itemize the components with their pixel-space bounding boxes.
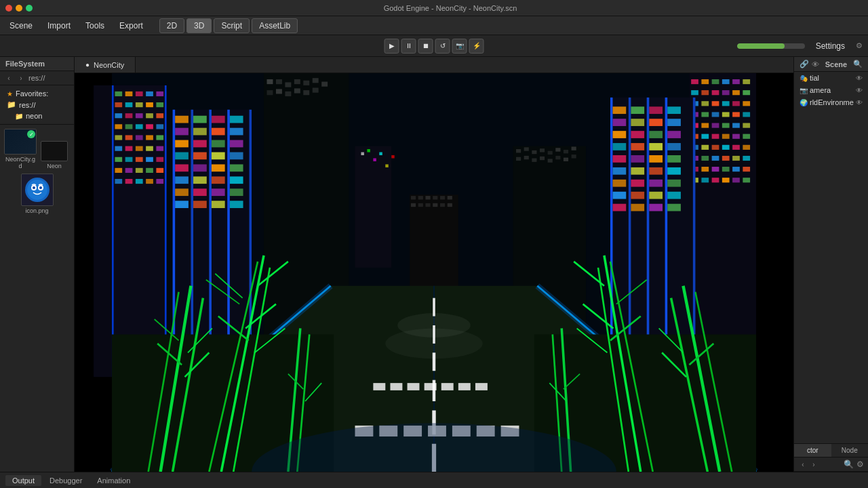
settings-button[interactable]: Settings	[809, 39, 852, 53]
svg-rect-246	[440, 203, 445, 207]
neon-folder[interactable]: 📁 neon	[4, 110, 70, 121]
settings-icon[interactable]: ⚙	[856, 41, 863, 50]
scene-node-spatial[interactable]: 🎭 tial 👁	[794, 72, 868, 84]
menu-scene[interactable]: Scene	[3, 19, 39, 33]
eye-icon[interactable]: 👁	[856, 75, 863, 82]
minimize-button[interactable]	[16, 5, 22, 12]
svg-rect-133	[743, 101, 750, 106]
svg-rect-270	[425, 383, 437, 390]
svg-rect-123	[701, 90, 709, 95]
svg-rect-148	[712, 134, 719, 139]
tab-inspector[interactable]: ctor	[794, 444, 831, 457]
deploy-button[interactable]: 📷	[452, 39, 467, 54]
view-assetlib-button[interactable]: AssetLib	[252, 18, 298, 33]
svg-rect-198	[613, 155, 627, 163]
godot-face	[25, 178, 50, 202]
svg-rect-152	[691, 145, 698, 150]
svg-rect-156	[732, 145, 740, 150]
svg-rect-19	[146, 92, 153, 96]
svg-rect-11	[379, 152, 382, 155]
remote-button[interactable]: ⚡	[469, 39, 484, 54]
tab-debugger[interactable]: Debugger	[43, 475, 89, 486]
inspector-search-icon[interactable]: 🔍	[844, 460, 854, 469]
view-2d-button[interactable]: 2D	[159, 18, 184, 33]
inspector-gear-icon[interactable]: ⚙	[856, 460, 864, 469]
neoncity-thumb[interactable]: ✓ NeonCity.g d	[4, 129, 37, 169]
svg-rect-191	[631, 131, 644, 138]
tab-node[interactable]: Node	[831, 444, 869, 457]
svg-rect-210	[613, 192, 627, 199]
svg-rect-215	[631, 204, 644, 211]
scene-search-icon[interactable]: 🔍	[853, 60, 863, 68]
tab-output[interactable]: Output	[5, 475, 41, 486]
close-button[interactable]	[5, 5, 12, 12]
svg-line-250	[112, 286, 331, 472]
menu-tools[interactable]: Tools	[79, 19, 111, 33]
svg-rect-189	[667, 119, 681, 126]
viewport-canvas	[75, 57, 793, 472]
svg-rect-94	[193, 188, 207, 196]
viewport[interactable]: ● NeonCity	[75, 57, 793, 472]
svg-rect-108	[321, 82, 328, 87]
menubar: Scene Import Tools Export 2D 3D Script A…	[0, 16, 868, 35]
playback-controls: ▶ ⏸ ⏹ ↺ 📷 ⚡	[384, 39, 484, 54]
svg-rect-139	[743, 112, 750, 117]
svg-line-285	[161, 286, 191, 472]
view-3d-button[interactable]: 3D	[186, 18, 212, 33]
menu-import[interactable]: Import	[41, 19, 77, 33]
svg-rect-183	[631, 106, 644, 114]
svg-rect-140	[691, 123, 698, 128]
window-title: Godot Engine - NeonCity - NeonCity.scn	[38, 4, 863, 12]
icon-label: icon.png	[25, 207, 48, 214]
godot-icon-preview	[21, 174, 54, 206]
svg-rect-267	[373, 383, 385, 390]
svg-line-294	[305, 383, 321, 401]
svg-rect-274	[112, 334, 334, 472]
res-folder[interactable]: 📁 res://	[4, 99, 70, 110]
svg-rect-111	[285, 92, 291, 96]
thumb-row: ✓ NeonCity.g d Neon	[4, 129, 70, 169]
svg-rect-35	[156, 124, 163, 129]
svg-rect-71	[212, 116, 225, 123]
worldenv-eye-icon[interactable]: 👁	[856, 99, 863, 106]
view-script-button[interactable]: Script	[214, 18, 250, 33]
svg-rect-175	[743, 178, 750, 182]
svg-rect-92	[230, 176, 243, 184]
inspector-next[interactable]: ›	[809, 460, 818, 469]
svg-rect-59	[146, 179, 153, 184]
camera-eye-icon[interactable]: 👁	[856, 87, 863, 94]
scene-node-camera[interactable]: 📷 amera 👁	[794, 84, 868, 96]
svg-rect-13	[391, 155, 394, 158]
svg-rect-37	[125, 135, 133, 140]
svg-rect-201	[667, 155, 681, 163]
svg-rect-88	[230, 164, 243, 171]
svg-rect-67	[227, 110, 230, 377]
refresh-button[interactable]: ↺	[435, 39, 450, 54]
svg-rect-245	[433, 203, 437, 207]
play-button[interactable]: ▶	[384, 39, 399, 54]
maximize-button[interactable]	[26, 5, 33, 12]
svg-rect-130	[712, 101, 719, 106]
nav-forward[interactable]: ›	[16, 73, 26, 83]
svg-line-300	[610, 317, 641, 341]
svg-point-316	[252, 423, 616, 472]
svg-rect-220	[524, 147, 529, 150]
svg-rect-85	[175, 164, 189, 171]
scene-node-worldenv[interactable]: 🌍 rldEnvironme 👁	[794, 96, 868, 108]
icon-thumb[interactable]: icon.png	[4, 174, 70, 214]
pause-button[interactable]: ⏸	[401, 39, 416, 54]
inspector-prev[interactable]: ‹	[798, 460, 808, 469]
svg-rect-34	[146, 124, 153, 129]
neon-thumb[interactable]: Neon	[41, 141, 68, 169]
menu-export[interactable]: Export	[113, 19, 150, 33]
tab-animation[interactable]: Animation	[90, 475, 137, 486]
nav-back[interactable]: ‹	[4, 73, 14, 83]
viewport-tab-neoncity[interactable]: ● NeonCity	[75, 57, 136, 73]
svg-rect-84	[230, 152, 243, 160]
stop-button[interactable]: ⏹	[418, 39, 433, 54]
svg-rect-33	[136, 124, 143, 129]
svg-rect-16	[115, 92, 122, 96]
svg-rect-176	[610, 98, 695, 389]
svg-rect-76	[230, 128, 243, 136]
svg-line-309	[659, 328, 684, 352]
